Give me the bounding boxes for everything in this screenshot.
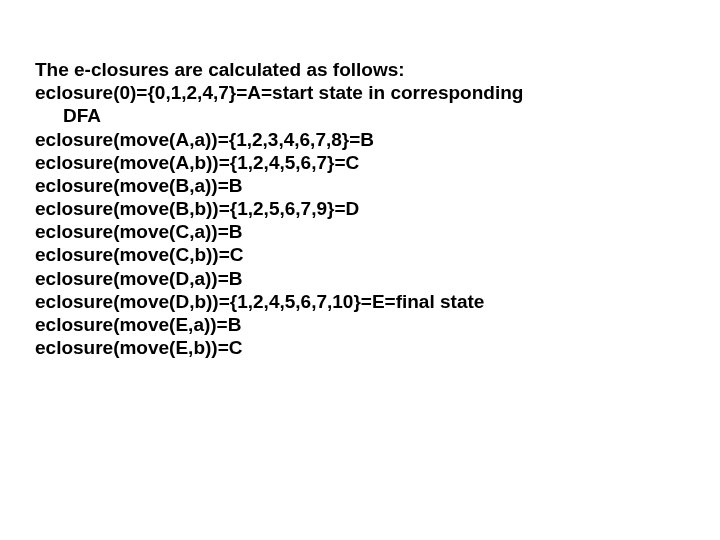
text-line-move-b-b: eclosure(move(B,b))={1,2,5,6,7,9}=D [35,197,685,220]
text-line-move-b-a: eclosure(move(B,a))=B [35,174,685,197]
eclosure-text-block: The e-closures are calculated as follows… [35,58,685,359]
text-line-move-a-a: eclosure(move(A,a))={1,2,3,4,6,7,8}=B [35,128,685,151]
text-line-move-a-b: eclosure(move(A,b))={1,2,4,5,6,7}=C [35,151,685,174]
text-line-move-c-b: eclosure(move(C,b))=C [35,243,685,266]
text-line-heading: The e-closures are calculated as follows… [35,58,685,81]
text-line-move-c-a: eclosure(move(C,a))=B [35,220,685,243]
text-line-move-e-a: eclosure(move(E,a))=B [35,313,685,336]
text-line-eclosure-0: eclosure(0)={0,1,2,4,7}=A=start state in… [35,81,685,104]
text-line-move-d-a: eclosure(move(D,a))=B [35,267,685,290]
text-line-dfa-continuation: DFA [35,104,685,127]
text-line-move-d-b: eclosure(move(D,b))={1,2,4,5,6,7,10}=E=f… [35,290,685,313]
text-line-move-e-b: eclosure(move(E,b))=C [35,336,685,359]
